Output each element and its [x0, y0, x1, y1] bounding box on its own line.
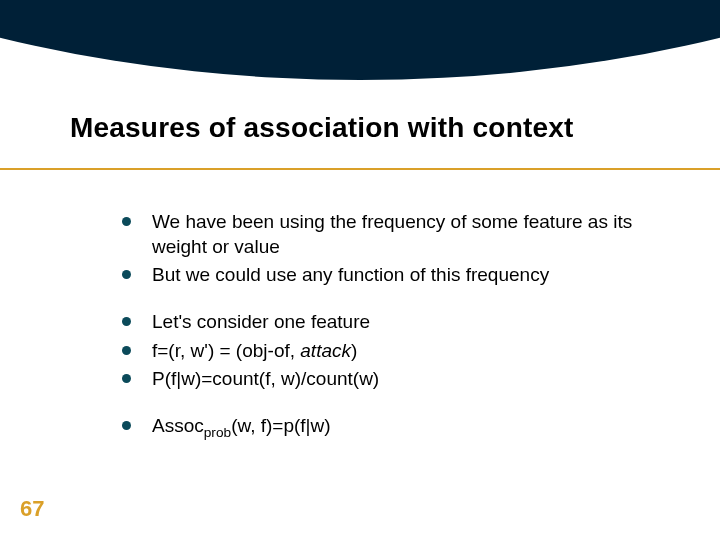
bullet-list: We have been using the frequency of some…: [120, 210, 670, 288]
bullet-text-sub: prob: [204, 425, 231, 440]
list-item: f=(r, w') = (obj-of, attack): [120, 339, 670, 364]
page-number: 67: [20, 496, 44, 522]
slide-content: We have been using the frequency of some…: [120, 210, 670, 446]
list-item: Let's consider one feature: [120, 310, 670, 335]
accent-line: [0, 168, 720, 170]
bullet-list: Let's consider one feature f=(r, w') = (…: [120, 310, 670, 392]
bullet-text-pre: f=(r, w') = (obj-of,: [152, 340, 300, 361]
bullet-text: P(f|w)=count(f, w)/count(w): [152, 368, 379, 389]
bullet-list: Assocprob(w, f)=p(f|w): [120, 414, 670, 442]
bullet-text-pre: Assoc: [152, 415, 204, 436]
bullet-text: We have been using the frequency of some…: [152, 211, 632, 257]
list-item: P(f|w)=count(f, w)/count(w): [120, 367, 670, 392]
list-item: Assocprob(w, f)=p(f|w): [120, 414, 670, 442]
list-item: But we could use any function of this fr…: [120, 263, 670, 288]
bullet-text-post: ): [351, 340, 357, 361]
bullet-text: But we could use any function of this fr…: [152, 264, 549, 285]
bullet-text-italic: attack: [300, 340, 351, 361]
slide-title: Measures of association with context: [70, 112, 574, 144]
header-arc: [0, 0, 720, 80]
bullet-text-post: (w, f)=p(f|w): [231, 415, 330, 436]
list-item: We have been using the frequency of some…: [120, 210, 670, 259]
bullet-text: Let's consider one feature: [152, 311, 370, 332]
